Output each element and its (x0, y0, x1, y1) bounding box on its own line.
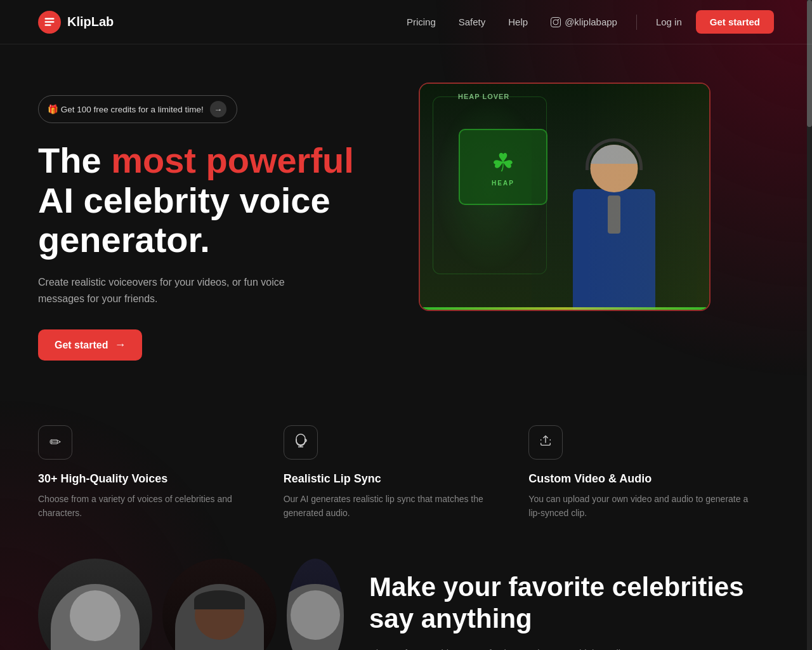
avatar-1 (38, 559, 152, 650)
avatar-3 (287, 559, 344, 650)
feature-lipsync-icon-box (284, 425, 318, 460)
svg-rect-1 (45, 21, 55, 23)
avatars-row (38, 559, 344, 650)
feature-custom-title: Custom Video & Audio (528, 472, 749, 486)
hero-title-rest: AI celebrity voice generator. (38, 180, 331, 260)
hero-get-started-button[interactable]: Get started → (38, 329, 142, 361)
hero-right: ☘ HEAP HEAP LOVER (419, 83, 710, 311)
promo-badge[interactable]: 🎁 Get 100 free credits for a limited tim… (38, 95, 237, 123)
video-person-shape (551, 119, 678, 310)
video-logo-text-heap: HEAP (492, 180, 514, 187)
svg-rect-2 (45, 24, 51, 26)
logo-text: KlipLab (67, 15, 114, 29)
video-logo-symbol: ☘ (492, 148, 514, 177)
video-green-panel: ☘ HEAP (433, 96, 547, 274)
video-label: HEAP LOVER (458, 93, 509, 100)
nav-help[interactable]: Help (499, 11, 537, 32)
lipsync-icon (293, 433, 308, 452)
hero-subtitle: Create realistic voiceovers for your vid… (38, 274, 304, 307)
feature-lipsync-title: Realistic Lip Sync (284, 472, 504, 486)
hero-title-highlight: most powerful (111, 140, 354, 180)
microphone-icon: ✏ (49, 434, 61, 451)
hero-cta-label: Get started (55, 340, 108, 351)
bottom-desc: Choose from a wide range of voices and c… (369, 646, 774, 650)
bottom-title: Make your favorite celebrities say anyth… (369, 571, 774, 635)
video-scene: ☘ HEAP HEAP LOVER (420, 84, 709, 310)
hero-title-plain: The (38, 140, 111, 180)
feature-lipsync-desc: Our AI generates realistic lip sync that… (284, 492, 504, 521)
nav-login[interactable]: Log in (647, 11, 691, 32)
logo-icon (38, 11, 61, 34)
navbar: KlipLab Pricing Safety Help @kliplabapp … (0, 0, 812, 44)
hero-section: 🎁 Get 100 free credits for a limited tim… (0, 44, 812, 387)
feature-lipsync: Realistic Lip Sync Our AI generates real… (284, 425, 529, 521)
nav-pricing[interactable]: Pricing (398, 11, 445, 32)
nav-instagram[interactable]: @kliplabapp (542, 11, 626, 32)
nav-get-started-button[interactable]: Get started (696, 10, 774, 34)
svg-rect-0 (45, 18, 55, 20)
feature-custom-desc: You can upload your own video and audio … (528, 492, 749, 521)
feature-voices-icon-box: ✏ (38, 425, 72, 460)
bottom-section: Make your favorite celebrities say anyth… (0, 546, 812, 650)
promo-badge-arrow-icon: → (210, 101, 226, 117)
promo-badge-text: 🎁 Get 100 free credits for a limited tim… (48, 104, 204, 114)
features-section: ✏ 30+ High-Quality Voices Choose from a … (0, 387, 812, 546)
hero-cta-arrow-icon: → (114, 338, 126, 352)
kliplab-icon (43, 16, 56, 29)
hero-video-container[interactable]: ☘ HEAP HEAP LOVER (419, 83, 710, 311)
nav-divider (636, 15, 637, 30)
upload-icon (539, 434, 553, 451)
instagram-icon (551, 17, 561, 27)
nav-safety[interactable]: Safety (450, 11, 495, 32)
nav-links: Pricing Safety Help @kliplabapp Log in G… (398, 10, 774, 34)
hero-title: The most powerful AI celebrity voice gen… (38, 141, 393, 260)
feature-custom-icon-box (528, 425, 563, 460)
video-neon-strip (420, 307, 709, 310)
bottom-text: Make your favorite celebrities say anyth… (369, 559, 774, 650)
feature-voices-title: 30+ High-Quality Voices (38, 472, 258, 486)
logo[interactable]: KlipLab (38, 11, 114, 34)
feature-custom: Custom Video & Audio You can upload your… (528, 425, 774, 521)
feature-voices: ✏ 30+ High-Quality Voices Choose from a … (38, 425, 284, 521)
video-placeholder: ☘ HEAP HEAP LOVER (420, 84, 709, 310)
feature-voices-desc: Choose from a variety of voices of celeb… (38, 492, 258, 521)
hero-left: 🎁 Get 100 free credits for a limited tim… (38, 83, 393, 361)
avatar-2 (162, 559, 277, 650)
video-person (532, 107, 697, 310)
